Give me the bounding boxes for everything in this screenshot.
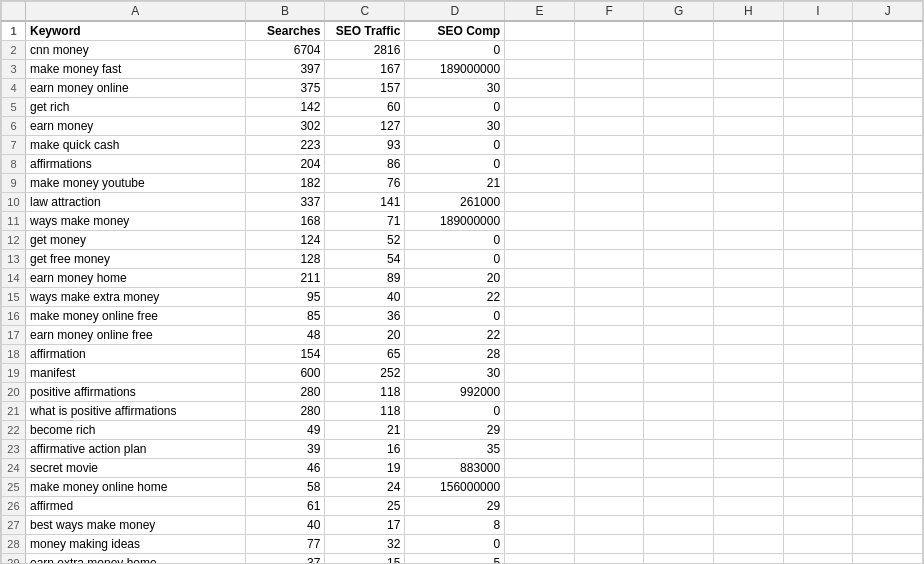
table-row[interactable]: 13get free money128540 [2,250,923,269]
cell-col-j[interactable] [853,535,923,554]
cell-seo-traffic[interactable]: 24 [325,478,405,497]
cell-seo-comp[interactable]: 0 [405,307,505,326]
cell-col-e[interactable] [505,250,575,269]
cell-col-h[interactable] [714,193,784,212]
cell-searches[interactable]: 124 [245,231,325,250]
cell-seo-comp[interactable]: 22 [405,288,505,307]
cell-col-h[interactable] [714,288,784,307]
cell-col-j[interactable] [853,440,923,459]
cell-seo-traffic[interactable]: 86 [325,155,405,174]
cell-col-g[interactable] [644,326,714,345]
cell-searches[interactable]: 223 [245,136,325,155]
cell-keyword[interactable]: make quick cash [25,136,245,155]
cell-col-f[interactable] [574,345,644,364]
cell-col-j[interactable] [853,193,923,212]
cell-seo-comp[interactable]: 0 [405,402,505,421]
cell-col-j[interactable] [853,364,923,383]
cell-col-j[interactable] [853,459,923,478]
cell-col-i[interactable] [783,497,853,516]
cell-seo-traffic[interactable]: 19 [325,459,405,478]
cell-col-g[interactable] [644,231,714,250]
col-header-f[interactable]: F [574,2,644,22]
cell-keyword[interactable]: earn money online free [25,326,245,345]
cell-col-h[interactable] [714,21,784,41]
cell-searches[interactable]: 182 [245,174,325,193]
cell-col-f[interactable] [574,136,644,155]
table-row[interactable]: 2cnn money670428160 [2,41,923,60]
cell-seo-traffic[interactable]: 65 [325,345,405,364]
cell-col-f[interactable] [574,193,644,212]
cell-seo-comp[interactable]: 0 [405,41,505,60]
cell-col-i[interactable] [783,326,853,345]
cell-col-i[interactable] [783,288,853,307]
table-row[interactable]: 24secret movie4619883000 [2,459,923,478]
cell-seo-comp[interactable]: 35 [405,440,505,459]
cell-col-f[interactable] [574,269,644,288]
cell-seo-traffic[interactable]: 15 [325,554,405,565]
cell-col-f[interactable] [574,212,644,231]
cell-searches[interactable]: 128 [245,250,325,269]
cell-col-h[interactable] [714,79,784,98]
cell-searches[interactable]: 600 [245,364,325,383]
cell-searches[interactable]: 211 [245,269,325,288]
cell-searches[interactable]: 61 [245,497,325,516]
cell-searches[interactable]: 77 [245,535,325,554]
cell-seo-traffic[interactable]: 118 [325,402,405,421]
cell-col-i[interactable] [783,174,853,193]
cell-seo-traffic[interactable]: 60 [325,98,405,117]
cell-seo-comp[interactable]: 0 [405,136,505,155]
table-row[interactable]: 3make money fast397167189000000 [2,60,923,79]
cell-col-j[interactable] [853,212,923,231]
table-row[interactable]: 8affirmations204860 [2,155,923,174]
cell-col-i[interactable] [783,98,853,117]
cell-col-g[interactable] [644,212,714,231]
cell-keyword[interactable]: earn money home [25,269,245,288]
cell-col-h[interactable] [714,307,784,326]
table-row[interactable]: 15ways make extra money954022 [2,288,923,307]
cell-seo-comp[interactable]: 992000 [405,383,505,402]
cell-col-e[interactable] [505,288,575,307]
cell-col-j[interactable] [853,155,923,174]
cell-searches[interactable]: 58 [245,478,325,497]
cell-keyword[interactable]: money making ideas [25,535,245,554]
cell-col-f[interactable] [574,440,644,459]
table-row[interactable]: 11ways make money16871189000000 [2,212,923,231]
cell-col-i[interactable] [783,231,853,250]
cell-seo-traffic[interactable]: 32 [325,535,405,554]
cell-searches[interactable]: 397 [245,60,325,79]
cell-col-h[interactable] [714,516,784,535]
cell-col-j[interactable] [853,250,923,269]
cell-col-h[interactable] [714,554,784,565]
table-row[interactable]: 22become rich492129 [2,421,923,440]
cell-seo-comp[interactable]: 0 [405,231,505,250]
cell-keyword[interactable]: get rich [25,98,245,117]
cell-seo-traffic[interactable]: 167 [325,60,405,79]
cell-col-j[interactable] [853,478,923,497]
col-header-b[interactable]: B [245,2,325,22]
cell-col-j[interactable] [853,402,923,421]
cell-col-g[interactable] [644,21,714,41]
cell-col-j[interactable] [853,307,923,326]
cell-col-e[interactable] [505,136,575,155]
cell-col-g[interactable] [644,174,714,193]
cell-col-e[interactable] [505,79,575,98]
cell-col-e[interactable] [505,98,575,117]
cell-searches[interactable]: 168 [245,212,325,231]
cell-col-h[interactable] [714,326,784,345]
cell-col-f[interactable] [574,497,644,516]
cell-col-g[interactable] [644,155,714,174]
cell-keyword[interactable]: cnn money [25,41,245,60]
cell-col-j[interactable] [853,79,923,98]
cell-col-g[interactable] [644,421,714,440]
cell-col-f[interactable] [574,516,644,535]
table-row[interactable]: 6earn money30212730 [2,117,923,136]
col-header-g[interactable]: G [644,2,714,22]
cell-col-j[interactable] [853,554,923,565]
cell-col-f[interactable] [574,554,644,565]
table-row[interactable]: 19manifest60025230 [2,364,923,383]
cell-searches[interactable]: 37 [245,554,325,565]
cell-col-j[interactable] [853,41,923,60]
cell-col-f[interactable] [574,478,644,497]
cell-col-i[interactable] [783,269,853,288]
cell-col-j[interactable] [853,60,923,79]
